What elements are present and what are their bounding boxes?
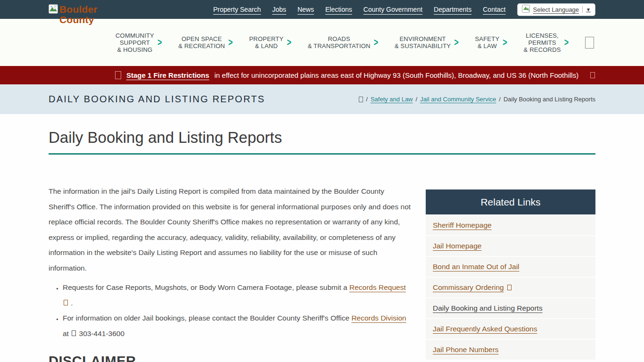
- page-title: DAILY BOOKING AND LISTING REPORTS: [49, 94, 265, 105]
- chevron-right-icon: >: [374, 37, 378, 48]
- list-item-text: Requests for Case Reports, Mugshots, or …: [63, 283, 349, 291]
- broken-image-icon: [49, 4, 58, 16]
- sidebar-link-jail-faq[interactable]: Jail Frequently Asked Questions: [433, 325, 537, 333]
- breadcrumb-current: Daily Booking and Listing Reports: [504, 96, 595, 103]
- nav-property-land[interactable]: PROPERTY & LAND >: [249, 35, 291, 49]
- chevron-right-icon: >: [287, 37, 291, 48]
- fire-restrictions-link[interactable]: Stage 1 Fire Restrictions: [126, 71, 209, 79]
- list-item: Jail Homepage: [426, 235, 595, 256]
- disclaimer-heading: DISCLAIMER: [49, 354, 412, 362]
- chevron-right-icon: >: [564, 37, 569, 48]
- list-item: For information on older Jail bookings, …: [63, 311, 412, 341]
- chevron-down-icon[interactable]: ▼: [586, 7, 591, 12]
- utility-links: Property Search Jobs News Elections Coun…: [213, 6, 505, 13]
- related-links-panel: Related Links Sheriff Homepage Jail Home…: [426, 189, 595, 362]
- nav-environment-sustainability[interactable]: ENVIRONMENT & SUSTAINABILITY >: [395, 35, 459, 49]
- breadcrumb: / Safety and Law / Jail and Community Se…: [359, 96, 595, 103]
- sidebar-link-sheriff-homepage[interactable]: Sheriff Homepage: [433, 221, 492, 230]
- main-heading: Daily Booking and Listing Reports: [49, 129, 595, 155]
- list-item: Daily Booking and Listing Reports: [426, 297, 595, 318]
- external-link-icon: [64, 300, 68, 305]
- records-request-link[interactable]: Records Request: [349, 283, 406, 291]
- translate-icon: [522, 5, 530, 15]
- list-item: Sheriff Homepage: [426, 214, 595, 235]
- top-link-jobs[interactable]: Jobs: [272, 6, 286, 13]
- chevron-right-icon: >: [228, 37, 232, 48]
- boulder-county-logo[interactable]: Boulder County: [49, 4, 98, 25]
- phone-number: 303-441-3600: [79, 329, 125, 337]
- top-link-county-government[interactable]: County Government: [363, 6, 422, 13]
- nav-roads-transportation[interactable]: ROADS & TRANSPORTATION >: [308, 35, 378, 49]
- chevron-right-icon: >: [454, 37, 458, 48]
- sidebar-link-daily-booking-reports[interactable]: Daily Booking and Listing Reports: [433, 304, 543, 313]
- fire-icon: [115, 71, 121, 79]
- nav-community-support-housing[interactable]: COMMUNITY SUPPORT & HOUSING >: [116, 32, 162, 53]
- list-item-text: .: [69, 299, 73, 307]
- content-area: Daily Booking and Listing Reports The in…: [49, 114, 595, 362]
- external-link-icon: [507, 285, 512, 290]
- nav-item-label: ENVIRONMENT & SUSTAINABILITY: [395, 35, 451, 49]
- nav-item-label: SAFETY & LAW: [475, 35, 499, 49]
- language-selector-label: Select Language: [533, 6, 579, 13]
- related-links-title: Related Links: [426, 189, 595, 214]
- top-link-news[interactable]: News: [297, 6, 314, 13]
- nav-item-label: COMMUNITY SUPPORT & HOUSING: [116, 32, 154, 53]
- phone-icon: [72, 330, 76, 336]
- nav-item-label: OPEN SPACE & RECREATION: [178, 35, 225, 49]
- list-item-text: at: [63, 329, 71, 337]
- list-item-text: For information on older Jail bookings, …: [63, 314, 351, 322]
- article-body: The information in the jail's Daily List…: [49, 184, 412, 362]
- alert-banner: Stage 1 Fire Restrictions in effect for …: [0, 66, 644, 84]
- page-title-band: DAILY BOOKING AND LISTING REPORTS / Safe…: [0, 84, 644, 114]
- language-selector[interactable]: Select Language ▼: [517, 3, 596, 16]
- top-link-elections[interactable]: Elections: [325, 6, 352, 13]
- info-list: Requests for Case Reports, Mugshots, or …: [49, 280, 412, 341]
- top-link-contact[interactable]: Contact: [483, 6, 505, 13]
- chevron-right-icon: >: [157, 37, 162, 48]
- nav-open-space-recreation[interactable]: OPEN SPACE & RECREATION >: [178, 35, 232, 49]
- top-link-departments[interactable]: Departments: [434, 6, 471, 13]
- breadcrumb-separator: /: [499, 96, 501, 103]
- sidebar-link-commissary-ordering[interactable]: Commissary Ordering: [433, 283, 504, 292]
- nav-item-label: PROPERTY & LAND: [249, 35, 283, 49]
- top-link-property-search[interactable]: Property Search: [213, 6, 261, 13]
- logo-text: Boulder County: [59, 4, 98, 25]
- nav-item-label: LICENSES, PERMITS & RECORDS: [524, 32, 561, 53]
- divider: [582, 6, 583, 13]
- nav-item-label: ROADS & TRANSPORTATION: [308, 35, 371, 49]
- intro-paragraph: The information in the jail's Daily List…: [49, 184, 412, 276]
- nav-safety-law[interactable]: SAFETY & LAW >: [475, 35, 507, 49]
- close-icon[interactable]: [590, 72, 595, 78]
- breadcrumb-safety-and-law[interactable]: Safety and Law: [371, 96, 413, 103]
- breadcrumb-jail-community-service[interactable]: Jail and Community Service: [420, 96, 496, 103]
- sidebar-link-jail-phone-numbers[interactable]: Jail Phone Numbers: [433, 346, 499, 354]
- records-division-link[interactable]: Records Division: [351, 314, 406, 322]
- list-item: Bond an Inmate Out of Jail: [426, 256, 595, 277]
- breadcrumb-separator: /: [416, 96, 418, 103]
- list-item: Jail Phone Numbers: [426, 339, 595, 360]
- nav-licenses-permits-records[interactable]: LICENSES, PERMITS & RECORDS >: [524, 32, 569, 53]
- list-item: Jail Frequently Asked Questions: [426, 318, 595, 339]
- alert-message: in effect for unincorporated plains area…: [215, 71, 578, 79]
- primary-nav: COMMUNITY SUPPORT & HOUSING > OPEN SPACE…: [0, 19, 644, 66]
- sidebar-link-jail-homepage[interactable]: Jail Homepage: [433, 242, 481, 250]
- chevron-right-icon: >: [503, 37, 507, 48]
- search-icon[interactable]: [585, 37, 594, 49]
- list-item: Commissary Ordering: [426, 277, 595, 297]
- breadcrumb-separator: /: [366, 96, 368, 103]
- home-icon[interactable]: [359, 97, 363, 102]
- list-item: Requests for Case Reports, Mugshots, or …: [63, 280, 412, 311]
- sidebar-link-bond-inmate[interactable]: Bond an Inmate Out of Jail: [433, 263, 520, 271]
